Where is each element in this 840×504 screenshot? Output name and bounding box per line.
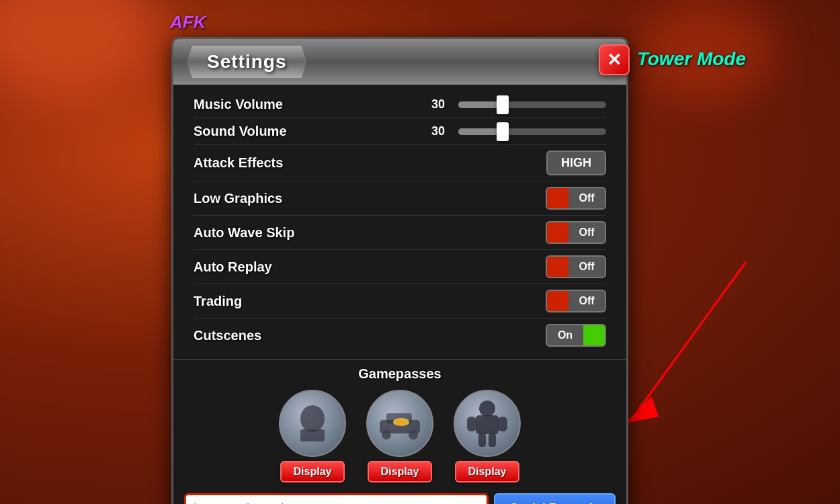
- toggle-green-indicator: [583, 325, 605, 345]
- cutscenes-control: On: [546, 324, 606, 347]
- gamepass-icon-2: [373, 403, 427, 444]
- trading-control: Off: [546, 290, 606, 312]
- code-input[interactable]: [184, 493, 489, 504]
- auto-wave-skip-toggle[interactable]: Off: [546, 221, 606, 244]
- svg-rect-14: [467, 417, 476, 431]
- svg-rect-17: [489, 433, 496, 447]
- gamepass-circle-2: [366, 390, 433, 457]
- toggle-red-indicator3: [547, 257, 569, 277]
- gamepass-item-1: Display: [279, 390, 346, 482]
- auto-replay-label: Auto Replay: [194, 259, 272, 275]
- gamepass-icon-3: [464, 396, 511, 450]
- toggle-red-indicator: [547, 188, 569, 208]
- auto-wave-skip-label: Auto Wave Skip: [194, 225, 294, 241]
- svg-rect-3: [300, 429, 325, 442]
- toggle-off-label3: Off: [569, 261, 605, 273]
- sound-volume-value: 30: [431, 124, 452, 138]
- music-volume-label: Music Volume: [194, 97, 283, 112]
- bottom-row: Social Rewards: [173, 493, 626, 504]
- toggle-on-label: On: [547, 329, 583, 341]
- auto-replay-toggle[interactable]: Off: [546, 255, 606, 278]
- divider: [173, 359, 626, 360]
- attack-effects-row: Attack Effects HIGH: [194, 145, 606, 181]
- settings-body: Music Volume 30 Sound Volume 30: [173, 91, 626, 352]
- afk-label: AFK: [170, 12, 206, 33]
- svg-point-9: [409, 430, 418, 439]
- gamepass-circle-3: [454, 390, 521, 457]
- gamepass-item-3: Display: [454, 390, 521, 482]
- gamepass-icon-1: [289, 400, 336, 447]
- sound-volume-row: Sound Volume 30: [194, 118, 606, 145]
- gamepass-display-button-1[interactable]: Display: [280, 461, 345, 482]
- music-volume-value: 30: [431, 97, 452, 112]
- toggle-off-label2: Off: [569, 226, 605, 239]
- cutscenes-toggle[interactable]: On: [546, 324, 606, 347]
- sound-volume-slider[interactable]: [458, 128, 606, 135]
- svg-point-4: [306, 413, 311, 419]
- cutscenes-label: Cutscenes: [194, 328, 261, 343]
- attack-effects-label: Attack Effects: [194, 155, 283, 171]
- svg-point-5: [314, 413, 319, 419]
- music-volume-control: 30: [431, 97, 606, 112]
- toggle-off-label: Off: [569, 192, 605, 204]
- trading-label: Trading: [194, 294, 242, 309]
- gamepasses-title: Gamepasses: [194, 366, 606, 382]
- svg-rect-13: [476, 415, 499, 434]
- social-rewards-button[interactable]: Social Rewards: [494, 493, 616, 504]
- toggle-red-indicator2: [547, 222, 569, 243]
- sound-volume-control: 30: [431, 124, 606, 138]
- gamepass-circle-1: [279, 390, 346, 457]
- svg-rect-15: [498, 417, 507, 431]
- close-button[interactable]: ✕: [599, 44, 630, 75]
- settings-header: Settings ✕: [173, 39, 626, 85]
- svg-point-11: [396, 420, 407, 425]
- auto-replay-control: Off: [546, 255, 606, 278]
- low-graphics-control: Off: [546, 187, 606, 210]
- gamepasses-section: Gamepasses Display: [173, 366, 626, 482]
- auto-wave-skip-control: Off: [546, 221, 606, 244]
- close-icon: ✕: [607, 51, 622, 69]
- svg-point-12: [479, 401, 495, 417]
- toggle-red-indicator4: [547, 291, 569, 311]
- music-slider-thumb[interactable]: [497, 95, 509, 114]
- auto-replay-row: Auto Replay Off: [194, 250, 606, 284]
- toggle-off-label4: Off: [569, 295, 605, 307]
- music-volume-slider[interactable]: [458, 101, 606, 108]
- sound-slider-thumb[interactable]: [497, 122, 509, 141]
- gamepass-display-button-3[interactable]: Display: [455, 461, 520, 482]
- tower-mode-label: Tower Mode: [637, 48, 746, 70]
- settings-title: Settings: [207, 51, 286, 72]
- gamepasses-row: Display Display: [194, 390, 606, 482]
- attack-effects-control: HIGH: [546, 151, 606, 175]
- low-graphics-row: Low Graphics Off: [194, 181, 606, 216]
- cutscenes-row: Cutscenes On: [194, 319, 606, 352]
- low-graphics-label: Low Graphics: [194, 191, 282, 206]
- gamepass-display-button-2[interactable]: Display: [368, 461, 433, 482]
- trading-row: Trading Off: [194, 284, 606, 319]
- svg-rect-16: [478, 433, 486, 447]
- low-graphics-toggle[interactable]: Off: [546, 187, 606, 210]
- auto-wave-skip-row: Auto Wave Skip Off: [194, 216, 606, 250]
- sound-volume-label: Sound Volume: [194, 124, 287, 139]
- gamepass-item-2: Display: [366, 390, 433, 482]
- settings-title-container: Settings: [187, 46, 306, 78]
- attack-effects-badge[interactable]: HIGH: [546, 151, 606, 175]
- svg-point-8: [382, 430, 391, 439]
- svg-point-2: [300, 405, 325, 432]
- settings-panel: Settings ✕ Music Volume 30 Sound Volume …: [171, 37, 628, 504]
- trading-toggle[interactable]: Off: [546, 290, 606, 312]
- music-volume-row: Music Volume 30: [194, 91, 606, 118]
